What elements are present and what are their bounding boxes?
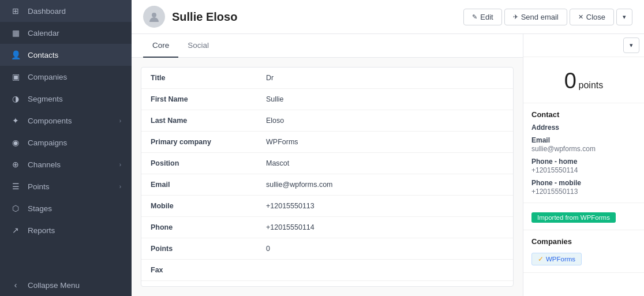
collapse-icon: ‹ xyxy=(10,280,21,290)
components-icon: ✦ xyxy=(10,116,21,125)
phone-home-value: +12015550114 xyxy=(531,166,636,174)
center-panel: Core Social Title Dr First Name Sullie L… xyxy=(132,34,523,296)
table-row: Mobile +12015550113 xyxy=(141,196,513,217)
phone-home-label: Phone - home xyxy=(531,158,636,166)
sidebar-item-segments[interactable]: ◑ Segments xyxy=(0,88,132,110)
sidebar-item-reports[interactable]: ↗ Reports xyxy=(0,219,132,241)
stages-icon: ⬡ xyxy=(10,204,21,213)
companies-section-title: Companies xyxy=(531,237,636,246)
sidebar-item-calendar[interactable]: ▦ Calendar xyxy=(0,22,132,44)
table-row: Fax xyxy=(141,260,513,281)
points-display: 0 points xyxy=(523,57,644,103)
sidebar-item-collapse[interactable]: ‹ Collapse Menu xyxy=(0,274,132,296)
company-name: WPForms xyxy=(546,256,575,263)
sidebar-item-contacts[interactable]: 👤 Contacts xyxy=(0,44,132,66)
dashboard-icon: ⊞ xyxy=(10,6,21,16)
sidebar: ⊞ Dashboard ▦ Calendar 👤 Contacts ▣ Comp… xyxy=(0,0,132,296)
close-icon: ✕ xyxy=(578,13,583,21)
close-button[interactable]: ✕ Close xyxy=(570,9,614,25)
tab-core[interactable]: Core xyxy=(143,34,178,58)
companies-section: Companies ✓ WPForms xyxy=(523,230,644,273)
tab-social[interactable]: Social xyxy=(178,34,218,58)
header-actions: ✎ Edit ✈ Send email ✕ Close ▾ xyxy=(463,9,632,25)
table-row: Title Dr xyxy=(141,68,513,89)
chevron-right-icon: › xyxy=(119,162,121,168)
email-value: sullie@wpforms.com xyxy=(531,145,636,153)
more-actions-button[interactable]: ▾ xyxy=(616,9,632,25)
phone-mobile-value: +12015550113 xyxy=(531,188,636,196)
contacts-icon: 👤 xyxy=(10,50,21,59)
points-label: points xyxy=(579,80,604,90)
right-panel: ▾ 0 points Contact Address Email sullie@… xyxy=(523,34,644,296)
table-row: Position Mascot xyxy=(141,153,513,174)
chevron-right-icon: › xyxy=(119,183,121,190)
svg-point-0 xyxy=(152,13,156,17)
channels-icon: ⊕ xyxy=(10,160,21,169)
sidebar-item-label: Points xyxy=(28,182,113,191)
table-row: First Name Sullie xyxy=(141,89,513,110)
email-label: Email xyxy=(531,136,636,144)
table-row: Points 0 xyxy=(141,238,513,260)
tag-section: Imported from WPForms xyxy=(523,203,644,230)
contact-header: Sullie Eloso ✎ Edit ✈ Send email ✕ Close… xyxy=(132,0,644,34)
sidebar-item-label: Stages xyxy=(28,204,121,213)
reports-icon: ↗ xyxy=(10,226,21,235)
sidebar-item-label: Dashboard xyxy=(28,7,121,16)
table-row: Address Line 1 xyxy=(141,281,513,287)
table-row: Primary company WPForms xyxy=(141,132,513,153)
campaigns-icon: ◉ xyxy=(10,138,21,147)
edit-button[interactable]: ✎ Edit xyxy=(463,9,501,25)
company-badge[interactable]: ✓ WPForms xyxy=(531,253,582,265)
sidebar-item-companies[interactable]: ▣ Companies xyxy=(0,66,132,88)
send-icon: ✈ xyxy=(513,13,518,21)
main-area: Sullie Eloso ✎ Edit ✈ Send email ✕ Close… xyxy=(132,0,644,296)
table-row: Phone +12015550114 xyxy=(141,217,513,238)
tabs: Core Social xyxy=(132,34,523,58)
segments-icon: ◑ xyxy=(10,94,21,103)
right-panel-more-button[interactable]: ▾ xyxy=(623,38,639,53)
send-email-button[interactable]: ✈ Send email xyxy=(504,9,567,25)
sidebar-item-stages[interactable]: ⬡ Stages xyxy=(0,197,132,219)
sidebar-item-label: Segments xyxy=(28,95,121,103)
points-number: 0 xyxy=(564,69,576,93)
points-icon: ☰ xyxy=(10,182,21,191)
address-label: Address xyxy=(531,123,636,132)
sidebar-item-label: Campaigns xyxy=(28,138,121,147)
sidebar-item-campaigns[interactable]: ◉ Campaigns xyxy=(0,132,132,153)
calendar-icon: ▦ xyxy=(10,28,21,38)
sidebar-item-label: Companies xyxy=(28,73,121,81)
check-icon: ✓ xyxy=(538,255,544,263)
detail-table: Title Dr First Name Sullie Last Name Elo… xyxy=(141,67,514,287)
sidebar-item-label: Contacts xyxy=(28,51,121,59)
sidebar-item-label: Collapse Menu xyxy=(28,281,121,290)
avatar xyxy=(143,6,165,28)
sidebar-item-label: Components xyxy=(28,117,113,125)
sidebar-item-label: Reports xyxy=(28,226,121,235)
sidebar-item-dashboard[interactable]: ⊞ Dashboard xyxy=(0,0,132,22)
sidebar-item-components[interactable]: ✦ Components › xyxy=(0,110,132,132)
chevron-right-icon: › xyxy=(119,118,121,124)
phone-mobile-label: Phone - mobile xyxy=(531,179,636,187)
sidebar-item-channels[interactable]: ⊕ Channels › xyxy=(0,153,132,175)
sidebar-item-label: Channels xyxy=(28,160,113,169)
sidebar-item-points[interactable]: ☰ Points › xyxy=(0,175,132,197)
contact-section: Contact Address Email sullie@wpforms.com… xyxy=(523,103,644,203)
contact-section-title: Contact xyxy=(531,110,636,119)
sidebar-item-label: Calendar xyxy=(28,29,121,38)
contact-name: Sullie Eloso xyxy=(172,10,456,24)
table-row: Last Name Eloso xyxy=(141,110,513,132)
imported-tag-badge: Imported from WPForms xyxy=(531,212,616,223)
companies-icon: ▣ xyxy=(10,72,21,81)
edit-icon: ✎ xyxy=(472,13,477,21)
content-area: Core Social Title Dr First Name Sullie L… xyxy=(132,34,644,296)
right-panel-top: ▾ xyxy=(523,34,644,57)
table-row: Email sullie@wpforms.com xyxy=(141,174,513,196)
